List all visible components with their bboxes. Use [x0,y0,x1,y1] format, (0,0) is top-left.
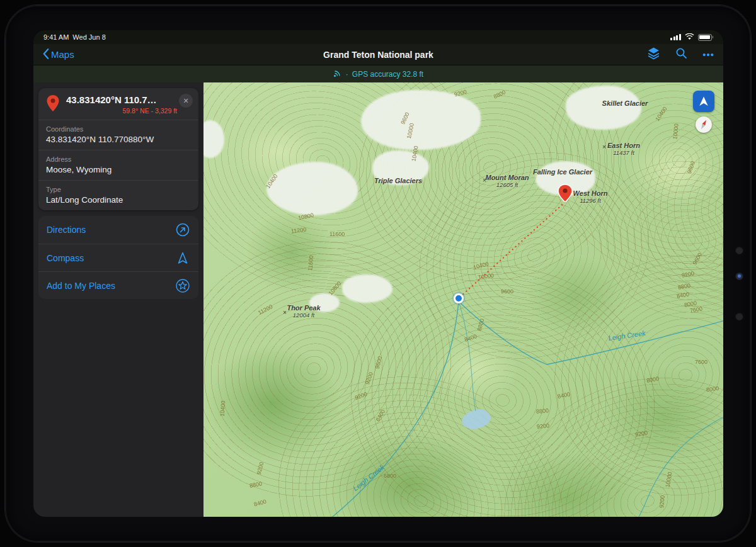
close-icon[interactable]: ✕ [179,94,193,108]
side-button [735,312,743,320]
contour-label: 11600 [307,256,314,271]
page-title: Grand Teton National park [33,50,723,60]
status-bar: 9:41 AM Wed Jun 8 [33,30,723,44]
action-label: Add to My Places [47,281,115,291]
cellular-signal-icon [670,34,681,40]
pencil-indicator [738,274,741,278]
field-address: Address Moose, Wyoming [38,150,198,180]
map-label-triple-glaciers: Triple Glaciers [374,177,422,184]
field-label: Coordinates [46,125,191,133]
screen: 9:41 AM Wed Jun 8 [33,30,723,517]
status-date: Wed Jun 8 [72,33,105,41]
gps-accuracy-text: GPS accuracy 32.8 ft [352,70,423,79]
search-icon[interactable] [675,47,687,62]
field-coordinates: Coordinates 43.831420°N 110.770880°W [38,120,198,150]
place-title: 43.831420°N 110.7… [66,94,177,105]
field-type: Type Lat/Long Coordinate [38,180,198,210]
map-label-east-horn: East Horn 11437 ft [607,142,640,156]
snow-patch [566,86,641,130]
action-label: Compass [47,253,84,263]
map-label-west-horn: West Horn 11296 ft [573,189,608,204]
field-value: Lat/Long Coordinate [46,195,191,205]
map-label-mount-moran: Mount Moran 12605 ft [485,174,529,188]
field-label: Type [46,186,191,193]
contour-label: 8800 [536,407,549,415]
contour-label: 8400 [253,499,267,508]
wifi-icon [685,33,694,42]
summit-mark: × [283,309,287,316]
place-card-header: 43.831420°N 110.7… 59.8° NE - 3,329 ft ✕ [38,88,198,120]
contour-label: 7600 [695,359,707,365]
battery-icon [698,34,714,41]
contour-label: 9200 [537,422,550,430]
gps-signal-icon [333,69,342,79]
map-label-falling-ice-glacier: Falling Ice Glacier [533,168,592,176]
center-location-button[interactable] [693,91,714,112]
ipad-device-frame: 9:41 AM Wed Jun 8 [5,5,751,542]
back-label: Maps [51,49,74,60]
contour-label: 9200 [658,495,666,509]
snow-patch [342,274,392,303]
compass-needle-icon [697,118,711,132]
contour-label: 9600 [501,288,513,295]
layers-icon[interactable] [647,47,660,62]
action-label: Directions [47,225,86,235]
status-time: 9:41 AM [43,33,69,41]
status-datetime: 9:41 AM Wed Jun 8 [43,33,106,41]
side-button [735,246,743,254]
gps-accuracy-bar: · GPS accuracy 32.8 ft [33,65,723,82]
contour-label: 10400 [219,400,226,417]
pin-icon [46,94,60,115]
map-label-thor-peak: Thor Peak 12004 ft [287,304,320,319]
compass-button[interactable]: Compass [38,244,198,271]
field-label: Address [46,155,191,163]
nav-bar: Maps Grand Teton National park [33,44,723,65]
map-canvas[interactable]: 8800 9200 9600 10000 10400 10400 10000 9… [203,82,723,517]
snow-patch [266,162,358,215]
directions-icon [175,222,190,237]
place-card: 43.831420°N 110.7… 59.8° NE - 3,329 ft ✕… [38,88,198,210]
compass-indicator[interactable] [696,116,712,133]
gps-dot-separator: · [346,70,348,79]
add-to-my-places-button[interactable]: Add to My Places [38,271,198,299]
compass-arrow-icon [175,251,190,266]
snow-patch [361,90,481,150]
summit-mark: × [602,144,606,150]
directions-button[interactable]: Directions [38,216,198,244]
star-icon [175,278,190,293]
place-actions: Directions Compass [38,216,198,299]
more-icon[interactable]: ••• [702,50,714,59]
chevron-left-icon [42,48,49,62]
contour-label: 6800 [384,473,396,479]
contour-label: 11600 [329,231,345,237]
back-button[interactable]: Maps [42,48,74,62]
place-detail-panel: 43.831420°N 110.7… 59.8° NE - 3,329 ft ✕… [33,82,203,517]
navigation-arrow-icon [696,94,711,109]
map-label-skillet-glacier: Skillet Glacier [602,99,648,107]
field-value: Moose, Wyoming [46,165,191,174]
summit-mark: × [483,177,486,184]
bearing-distance-text: 59.8° NE - 3,329 ft [66,107,177,115]
field-value: 43.831420°N 110.770880°W [46,135,191,144]
